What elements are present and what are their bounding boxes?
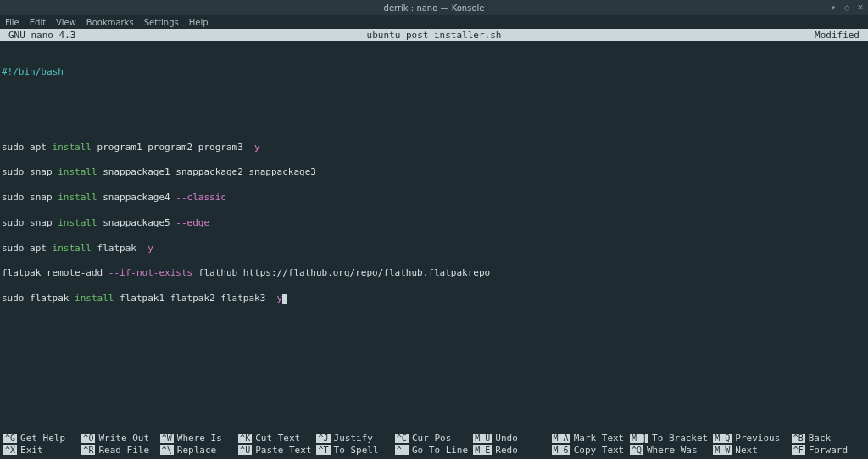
shortcut-key: ^R — [81, 445, 95, 455]
shortcut-item: M-6Copy Text — [552, 445, 625, 456]
shortcut-label: Get Help — [20, 433, 65, 444]
shortcut-label: Exit — [20, 445, 43, 456]
shortcut-label: Mark Text — [574, 433, 625, 444]
menu-edit[interactable]: Edit — [30, 18, 46, 27]
nano-modified: Modified — [815, 30, 860, 41]
shortcut-item: M-ERedo — [473, 445, 546, 456]
shortcut-key: M-A — [552, 434, 570, 443]
blank-line — [2, 230, 866, 243]
shortcut-key: ^W — [160, 434, 174, 443]
blank-line — [2, 204, 866, 217]
shortcut-label: To Spell — [334, 445, 379, 456]
code-line: sudo flatpak install flatpak1 flatpak2 f… — [2, 293, 866, 305]
shortcut-key: ^G — [3, 434, 17, 443]
menu-file[interactable]: File — [5, 18, 19, 27]
shortcut-label: Where Is — [177, 433, 222, 444]
shortcut-label: Cur Pos — [412, 433, 451, 444]
shortcut-label: Read File — [98, 445, 149, 456]
nano-filename: ubuntu-post-installer.sh — [367, 30, 502, 41]
code-line: sudo snap install snappackage1 snappacka… — [2, 166, 866, 179]
shortcut-key: M-W — [713, 445, 732, 455]
minimize-icon[interactable]: ▾ — [829, 3, 837, 12]
shortcut-key: ^F — [792, 445, 805, 455]
shortcut-item: M-UUndo — [473, 433, 546, 444]
shortcut-item: ^XExit — [3, 445, 76, 456]
shortcut-label: Next — [735, 445, 758, 456]
shortcut-key: M-U — [473, 434, 492, 443]
shortcut-key: M-] — [630, 434, 648, 443]
nano-version: GNU nano 4.3 — [8, 30, 75, 41]
code-line: sudo snap install snappackage4 --classic — [2, 192, 866, 204]
shortcut-item: ^CCur Pos — [395, 433, 468, 444]
shortcut-item: ^OWrite Out — [81, 433, 154, 444]
shortcut-label: Go To Line — [412, 445, 468, 456]
shortcut-item: ^QWhere Was — [630, 445, 708, 456]
shortcut-label: Where Was — [647, 445, 698, 456]
shortcut-label: Paste Text — [255, 445, 311, 456]
shebang-line: #!/bin/bash — [2, 66, 866, 79]
blank-line — [2, 154, 866, 167]
shortcut-label: To Bracket — [652, 433, 708, 444]
shortcut-key: ^B — [792, 434, 805, 443]
shortcut-item: ^JJustify — [316, 433, 389, 444]
window-controls: ▾ ◇ ✕ — [829, 3, 865, 12]
shortcut-item: ^FForward — [792, 445, 865, 456]
shortcut-key: ^\ — [160, 445, 174, 455]
shortcut-item: M-AMark Text — [552, 433, 625, 444]
window-titlebar: derrik : nano — Konsole ▾ ◇ ✕ — [0, 0, 868, 15]
shortcut-label: Cut Text — [255, 433, 300, 444]
shortcut-item: ^GGet Help — [3, 433, 76, 444]
shortcut-key: ^O — [81, 434, 95, 443]
shortcut-item: ^TTo Spell — [316, 445, 389, 456]
shortcut-item: ^KCut Text — [238, 433, 311, 444]
shortcut-item: M-QPrevious — [713, 433, 786, 444]
shortcut-key: ^Q — [630, 445, 643, 455]
nano-header: GNU nano 4.3 ubuntu-post-installer.sh Mo… — [0, 29, 868, 41]
shortcut-item: ^\Replace — [160, 445, 233, 456]
menu-help[interactable]: Help — [189, 18, 209, 27]
blank-line — [2, 280, 866, 293]
shortcut-key: ^J — [316, 434, 330, 443]
shortcut-key: ^T — [316, 445, 330, 455]
close-icon[interactable]: ✕ — [856, 3, 865, 12]
shortcut-label: Undo — [495, 433, 518, 444]
text-cursor — [282, 294, 287, 304]
nano-shortcuts: ^GGet Help^OWrite Out^WWhere Is^KCut Tex… — [0, 431, 868, 459]
shortcut-label: Back — [809, 433, 832, 444]
shortcut-key: ^_ — [395, 445, 409, 455]
shortcut-label: Redo — [495, 445, 518, 456]
shortcut-key: ^X — [3, 445, 17, 455]
menubar: File Edit View Bookmarks Settings Help — [0, 15, 868, 29]
shortcut-key: M-E — [473, 445, 492, 455]
code-line: sudo snap install snappackage5 --edge — [2, 217, 866, 230]
shortcut-item: ^RRead File — [81, 445, 154, 456]
code-line: flatpak remote-add --if-not-exists flath… — [2, 267, 866, 280]
blank-line — [2, 179, 866, 192]
shortcut-label: Previous — [735, 433, 780, 444]
blank-line — [2, 104, 866, 116]
shortcut-item: ^_Go To Line — [395, 445, 468, 456]
code-line: sudo apt install flatpak -y — [2, 243, 866, 255]
code-line: sudo apt install program1 program2 progr… — [2, 142, 866, 154]
shortcut-key: M-6 — [552, 445, 570, 455]
maximize-icon[interactable]: ◇ — [843, 3, 851, 12]
shortcut-key: ^C — [395, 434, 409, 443]
shortcut-label: Copy Text — [574, 445, 625, 456]
shortcut-label: Write Out — [98, 433, 149, 444]
shortcut-key: ^U — [238, 445, 252, 455]
shortcut-label: Replace — [177, 445, 216, 456]
menu-view[interactable]: View — [56, 18, 76, 27]
blank-line — [2, 305, 866, 318]
shortcut-key: M-Q — [713, 434, 732, 443]
shortcut-key: ^K — [238, 434, 252, 443]
shortcut-item: ^UPaste Text — [238, 445, 311, 456]
window-title: derrik : nano — Konsole — [384, 3, 485, 13]
shortcut-item: M-]To Bracket — [630, 433, 708, 444]
menu-bookmarks[interactable]: Bookmarks — [86, 18, 134, 27]
menu-settings[interactable]: Settings — [144, 18, 179, 27]
shortcut-label: Justify — [334, 433, 373, 444]
shortcut-item: ^BBack — [792, 433, 865, 444]
shortcut-item: ^WWhere Is — [160, 433, 233, 444]
editor-area[interactable]: #!/bin/bash sudo apt install program1 pr… — [0, 41, 868, 431]
blank-line — [2, 255, 866, 267]
